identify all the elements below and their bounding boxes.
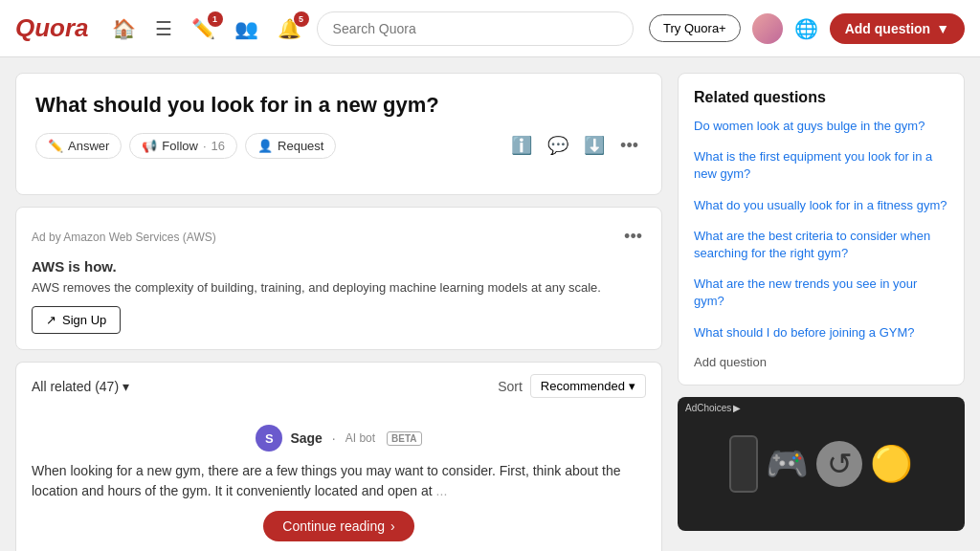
try-quora-button[interactable]: Try Quora+: [649, 14, 741, 42]
rss-icon: 📢: [142, 139, 157, 153]
sage-header: S Sage · AI bot BETA: [32, 425, 646, 452]
follow-label: Follow: [162, 139, 198, 153]
answer-button[interactable]: ✏️ Answer: [35, 133, 122, 159]
comment-icon[interactable]: 💬: [544, 131, 572, 160]
community-icon[interactable]: 👥: [234, 17, 258, 40]
ad-more-icon[interactable]: •••: [620, 223, 646, 251]
sage-avatar: S: [256, 425, 282, 452]
ad-emoji-1: 🎮: [766, 444, 809, 484]
home-icon[interactable]: 🏠: [112, 17, 136, 40]
sort-dropdown[interactable]: Recommended ▾: [530, 374, 646, 398]
continue-reading-label: Continue reading: [282, 518, 385, 534]
follow-count-value: 16: [212, 139, 225, 153]
question-box: What should you look for in a new gym? ✏…: [15, 73, 662, 195]
question-title: What should you look for in a new gym?: [35, 93, 642, 118]
sage-beta-badge: BETA: [387, 431, 421, 446]
left-column: What should you look for in a new gym? ✏…: [15, 73, 662, 551]
quora-logo[interactable]: Quora: [15, 13, 89, 43]
continue-reading-button[interactable]: Continue reading ›: [263, 511, 413, 541]
header-right: Try Quora+ 🌐 Add question ▼: [649, 13, 965, 44]
edit-icon[interactable]: ✏️ 1: [191, 17, 215, 40]
add-question-button[interactable]: Add question ▼: [830, 13, 965, 44]
ad-phone: [729, 435, 758, 493]
request-label: Request: [278, 139, 323, 153]
ad-label: Ad by Amazon Web Services (AWS): [32, 231, 216, 244]
bell-badge: 5: [294, 11, 309, 27]
related-question-item: What are the best criteria to consider w…: [694, 228, 948, 262]
sage-text-content: When looking for a new gym, there are a …: [32, 463, 621, 498]
request-button[interactable]: 👤 Request: [245, 133, 336, 159]
sort-label: Sort: [498, 379, 523, 394]
related-questions-title: Related questions: [694, 89, 948, 106]
ad-emoji-2: 🟡: [870, 444, 913, 484]
add-question-label: Add question: [845, 21, 930, 36]
sign-up-label: Sign Up: [62, 313, 106, 327]
related-question-link[interactable]: What are the best criteria to consider w…: [694, 229, 930, 260]
search-input[interactable]: [317, 11, 635, 46]
add-question-link[interactable]: Add question: [694, 355, 948, 369]
sign-up-button[interactable]: ↗ Sign Up: [32, 306, 121, 334]
related-question-item: Do women look at guys bulge in the gym?: [694, 118, 948, 135]
related-question-link[interactable]: What is the first equipment you look for…: [694, 149, 932, 181]
globe-icon[interactable]: 🌐: [794, 17, 818, 40]
ad-text: AWS removes the complexity of building, …: [32, 280, 646, 295]
request-icon: 👤: [257, 139, 273, 153]
answers-icon[interactable]: ☰: [155, 17, 172, 40]
sidebar-ad: AdChoices ▶ 🎮 ↺ 🟡: [678, 397, 965, 531]
answer-label: Answer: [68, 139, 109, 153]
sage-text-faded: ...: [436, 483, 448, 498]
ad-box: Ad by Amazon Web Services (AWS) ••• AWS …: [15, 207, 662, 350]
right-column: Related questions Do women look at guys …: [678, 73, 965, 551]
nav-icons: 🏠 ☰ ✏️ 1 👥 🔔 5: [112, 17, 301, 40]
sage-card: S Sage · AI bot BETA When looking for a …: [15, 409, 662, 551]
filter-bar: All related (47) ▾ Sort Recommended ▾: [15, 362, 662, 409]
all-related[interactable]: All related (47) ▾: [32, 379, 129, 394]
chevron-down-icon: ▾: [629, 379, 635, 393]
all-related-label: All related (47): [32, 379, 119, 394]
related-question-item: What should I do before joining a GYM?: [694, 324, 948, 342]
edit-badge: 1: [208, 11, 223, 27]
chevron-down-icon: ▼: [936, 21, 949, 36]
related-questions-box: Related questions Do women look at guys …: [678, 73, 965, 386]
bell-icon[interactable]: 🔔 5: [278, 17, 301, 40]
sage-text: When looking for a new gym, there are a …: [32, 461, 646, 501]
related-question-item: What do you usually look for in a fitnes…: [694, 197, 948, 214]
external-link-icon: ↗: [46, 313, 56, 327]
sage-dot: ·: [332, 430, 336, 446]
ad-header: Ad by Amazon Web Services (AWS) •••: [32, 223, 646, 251]
recommended-label: Recommended: [541, 379, 625, 393]
chevron-right-icon: ›: [390, 518, 395, 534]
related-question-link[interactable]: Do women look at guys bulge in the gym?: [694, 119, 924, 133]
related-question-link[interactable]: What are the new trends you see in your …: [694, 276, 917, 308]
related-question-item: What is the first equipment you look for…: [694, 148, 948, 183]
related-question-item: What are the new trends you see in your …: [694, 276, 948, 310]
ad-image-items: 🎮 ↺ 🟡: [729, 435, 913, 493]
downvote-icon[interactable]: ⬇️: [580, 131, 609, 160]
related-question-link[interactable]: What should I do before joining a GYM?: [694, 325, 915, 340]
sage-tag: AI bot: [345, 431, 375, 445]
header: Quora 🏠 ☰ ✏️ 1 👥 🔔 5 Try Quora+ 🌐 Add qu…: [0, 0, 980, 57]
main-layout: What should you look for in a new gym? ✏…: [0, 57, 980, 551]
chevron-down-icon: ▾: [122, 379, 129, 394]
question-actions: ✏️ Answer 📢 Follow · 16 👤 Request ℹ️ 💬 ⬇…: [35, 131, 642, 160]
related-question-link[interactable]: What do you usually look for in a fitnes…: [694, 198, 947, 212]
follow-count: ·: [203, 139, 207, 153]
sage-name: Sage: [290, 430, 322, 446]
more-options-icon[interactable]: •••: [616, 132, 642, 160]
ad-replay-icon: ↺: [816, 441, 862, 487]
ad-title: AWS is how.: [32, 258, 646, 275]
follow-button[interactable]: 📢 Follow · 16: [129, 133, 237, 159]
edit-icon: ✏️: [48, 139, 63, 153]
avatar[interactable]: [752, 13, 783, 44]
ad-choices-label: AdChoices ▶: [685, 403, 741, 413]
info-icon[interactable]: ℹ️: [507, 131, 536, 160]
ad-choices-icon: ▶: [733, 403, 741, 413]
